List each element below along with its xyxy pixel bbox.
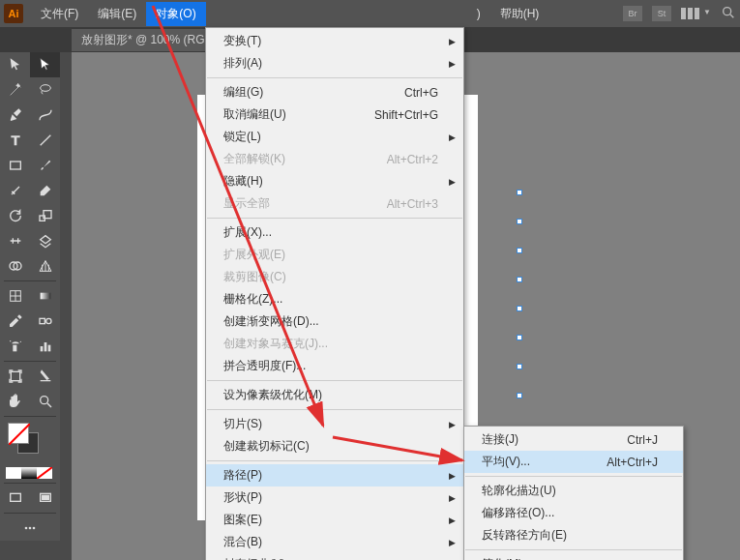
menu-item[interactable]: 图案(E)▶ bbox=[206, 509, 463, 531]
search-ui-icon[interactable] bbox=[721, 5, 736, 23]
line-tool[interactable] bbox=[30, 128, 60, 153]
menu-item[interactable]: 创建渐变网格(D)... bbox=[206, 310, 463, 333]
anchor-point[interactable] bbox=[517, 364, 522, 369]
menu-item[interactable]: 创建裁切标记(C) bbox=[206, 435, 463, 457]
gradient-tool[interactable] bbox=[30, 283, 60, 309]
svg-point-0 bbox=[724, 7, 731, 15]
anchor-point[interactable] bbox=[517, 219, 522, 224]
lasso-tool[interactable] bbox=[30, 77, 60, 103]
column-graph-tool[interactable] bbox=[30, 334, 60, 359]
anchor-point[interactable] bbox=[517, 190, 522, 195]
svg-rect-19 bbox=[11, 371, 19, 380]
stock-icon[interactable]: St bbox=[652, 6, 671, 21]
rectangle-tool[interactable] bbox=[0, 153, 30, 178]
slice-tool[interactable] bbox=[30, 364, 60, 389]
anchor-point[interactable] bbox=[517, 277, 522, 282]
svg-rect-13 bbox=[13, 345, 16, 352]
paintbrush-tool[interactable] bbox=[30, 153, 60, 178]
svg-rect-18 bbox=[47, 345, 50, 352]
hand-tool[interactable] bbox=[0, 389, 30, 414]
menu-file[interactable]: 文件(F) bbox=[31, 2, 88, 26]
menu-bar: Ai 文件(F) 编辑(E) 对象(O) ) 帮助(H) Br St ▼ bbox=[0, 0, 740, 27]
svg-rect-10 bbox=[40, 293, 50, 300]
blend-tool[interactable] bbox=[30, 309, 60, 334]
menu-item[interactable]: 简化(M)... bbox=[464, 553, 683, 560]
edit-toolbar[interactable] bbox=[0, 516, 60, 541]
menu-item: 全部解锁(K)Alt+Ctrl+2 bbox=[206, 148, 463, 170]
workspace-switcher-icon[interactable]: ▼ bbox=[681, 8, 711, 19]
symbol-sprayer-tool[interactable] bbox=[0, 334, 30, 359]
bridge-icon[interactable]: Br bbox=[623, 6, 642, 21]
svg-line-1 bbox=[730, 15, 733, 17]
menu-item[interactable]: 平均(V)...Alt+Ctrl+J bbox=[464, 451, 683, 473]
svg-point-15 bbox=[19, 341, 20, 342]
menu-item[interactable]: 拼合透明度(F)... bbox=[206, 355, 463, 377]
svg-point-28 bbox=[29, 527, 32, 530]
svg-line-3 bbox=[40, 135, 50, 146]
menu-partial[interactable]: ) bbox=[467, 3, 490, 24]
perspective-grid-tool[interactable] bbox=[30, 253, 60, 279]
menu-item[interactable]: 反转路径方向(E) bbox=[464, 524, 683, 546]
eyedropper-tool[interactable] bbox=[0, 309, 30, 334]
menu-item[interactable]: 栅格化(Z)... bbox=[206, 288, 463, 310]
svg-rect-26 bbox=[42, 495, 48, 499]
zoom-tool[interactable] bbox=[30, 389, 60, 414]
menu-item[interactable]: 封套扭曲(V)▶ bbox=[206, 553, 463, 560]
menu-edit[interactable]: 编辑(E) bbox=[88, 2, 146, 26]
selection-tool[interactable] bbox=[0, 52, 30, 77]
tools-panel bbox=[0, 52, 60, 541]
menu-item[interactable]: 编组(G)Ctrl+G bbox=[206, 81, 463, 103]
eraser-tool[interactable] bbox=[30, 178, 60, 203]
width-tool[interactable] bbox=[0, 228, 30, 253]
screen-mode-normal[interactable] bbox=[0, 486, 30, 511]
type-tool[interactable] bbox=[0, 128, 30, 153]
menu-item[interactable]: 偏移路径(O)... bbox=[464, 502, 683, 524]
svg-point-12 bbox=[45, 318, 50, 323]
svg-point-27 bbox=[25, 527, 28, 530]
menu-object[interactable]: 对象(O) bbox=[146, 2, 205, 26]
menu-item[interactable]: 取消编组(U)Shift+Ctrl+G bbox=[206, 103, 463, 126]
pen-tool[interactable] bbox=[0, 103, 30, 128]
menu-item[interactable]: 隐藏(H)▶ bbox=[206, 170, 463, 192]
svg-line-21 bbox=[47, 403, 51, 407]
object-menu-dropdown: 变换(T)▶排列(A)▶编组(G)Ctrl+G取消编组(U)Shift+Ctrl… bbox=[205, 27, 464, 560]
menu-item[interactable]: 连接(J)Ctrl+J bbox=[464, 428, 683, 451]
anchor-point[interactable] bbox=[517, 248, 522, 253]
menu-item[interactable]: 混合(B)▶ bbox=[206, 531, 463, 553]
shape-builder-tool[interactable] bbox=[0, 253, 30, 279]
menu-item[interactable]: 轮廓化描边(U) bbox=[464, 480, 683, 502]
fill-stroke-swatches[interactable] bbox=[8, 423, 46, 461]
svg-rect-24 bbox=[10, 493, 20, 501]
anchor-point[interactable] bbox=[517, 306, 522, 311]
shaper-tool[interactable] bbox=[0, 178, 30, 203]
free-transform-tool[interactable] bbox=[30, 228, 60, 253]
mesh-tool[interactable] bbox=[0, 283, 30, 309]
svg-rect-4 bbox=[10, 162, 20, 169]
menu-item[interactable]: 扩展(X)... bbox=[206, 221, 463, 244]
document-tab[interactable]: 放射图形* @ 100% (RGB bbox=[72, 29, 222, 51]
menu-item[interactable]: 形状(P)▶ bbox=[206, 486, 463, 509]
screen-mode-toggle[interactable] bbox=[30, 486, 60, 511]
magic-wand-tool[interactable] bbox=[0, 77, 30, 103]
menu-item[interactable]: 排列(A)▶ bbox=[206, 52, 463, 74]
anchor-point[interactable] bbox=[517, 393, 522, 398]
scale-tool[interactable] bbox=[30, 203, 60, 228]
app-logo: Ai bbox=[4, 4, 23, 23]
color-mode-selector[interactable] bbox=[6, 467, 54, 479]
menu-item[interactable]: 路径(P)▶ bbox=[206, 464, 463, 486]
svg-point-20 bbox=[40, 397, 47, 404]
svg-point-29 bbox=[33, 527, 36, 530]
direct-selection-tool[interactable] bbox=[30, 52, 60, 77]
menu-item[interactable]: 变换(T)▶ bbox=[206, 30, 463, 52]
rotate-tool[interactable] bbox=[0, 203, 30, 228]
svg-rect-16 bbox=[40, 346, 43, 351]
anchor-point[interactable] bbox=[517, 335, 522, 340]
curvature-tool[interactable] bbox=[30, 103, 60, 128]
artboard-tool[interactable] bbox=[0, 364, 30, 389]
menu-help[interactable]: 帮助(H) bbox=[490, 2, 549, 26]
path-submenu: 连接(J)Ctrl+J平均(V)...Alt+Ctrl+J轮廓化描边(U)偏移路… bbox=[463, 426, 684, 560]
menu-item[interactable]: 锁定(L)▶ bbox=[206, 126, 463, 148]
menu-item[interactable]: 设为像素级优化(M) bbox=[206, 384, 463, 406]
svg-line-23 bbox=[37, 467, 52, 479]
menu-item[interactable]: 切片(S)▶ bbox=[206, 413, 463, 435]
